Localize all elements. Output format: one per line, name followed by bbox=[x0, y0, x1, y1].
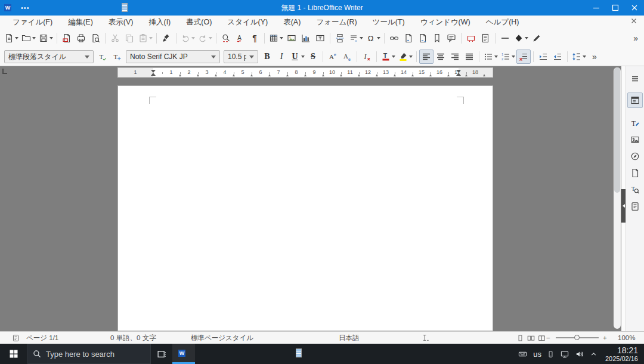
dropdown-caret-icon[interactable] bbox=[360, 37, 363, 39]
horizontal-ruler[interactable]: 1123456789101112131415161718 bbox=[117, 67, 493, 78]
decrease-indent-button[interactable] bbox=[550, 50, 565, 64]
minimize-button[interactable] bbox=[587, 0, 606, 16]
maximize-button[interactable] bbox=[606, 0, 625, 16]
document-page[interactable] bbox=[117, 85, 493, 331]
dropdown-caret-icon[interactable] bbox=[49, 37, 53, 39]
network-icon[interactable] bbox=[560, 350, 569, 359]
insert-endnote-button[interactable] bbox=[416, 31, 430, 45]
dropdown-caret-icon[interactable] bbox=[280, 37, 283, 39]
word-count-indicator[interactable]: 0 単語、0 文字 bbox=[110, 332, 156, 344]
clear-formatting-button[interactable]: I bbox=[360, 50, 374, 64]
spelling-button[interactable]: A bbox=[233, 31, 247, 45]
toolbar-overflow-button[interactable]: » bbox=[630, 33, 642, 43]
formatting-marks-button[interactable]: ¶ bbox=[247, 31, 262, 45]
input-language[interactable]: us bbox=[533, 350, 541, 359]
sidebar-tab-accessibility-check[interactable] bbox=[627, 199, 643, 214]
menu-table[interactable]: 表(A) bbox=[277, 16, 307, 29]
dropdown-caret-icon[interactable] bbox=[583, 55, 586, 58]
align-center-button[interactable] bbox=[434, 50, 448, 64]
zoom-out-button[interactable]: − bbox=[546, 332, 550, 344]
dropdown-caret-icon[interactable] bbox=[525, 37, 528, 39]
dropdown-caret-icon[interactable] bbox=[301, 55, 305, 58]
insert-bookmark-button[interactable] bbox=[430, 31, 444, 45]
line-spacing-button[interactable] bbox=[570, 50, 587, 64]
no-list-button[interactable] bbox=[516, 50, 531, 64]
font-size-combo[interactable]: 10.5 pt bbox=[224, 50, 258, 63]
sidebar-tab-navigator[interactable] bbox=[627, 149, 643, 164]
track-changes-button[interactable] bbox=[464, 31, 478, 45]
bold-button[interactable]: B bbox=[260, 50, 274, 64]
close-button[interactable] bbox=[625, 0, 644, 16]
taskbar-search-box[interactable]: Type here to search bbox=[27, 344, 151, 364]
print-button[interactable] bbox=[74, 31, 88, 45]
insert-hyperlink-button[interactable] bbox=[387, 31, 401, 45]
view-multi-button[interactable] bbox=[527, 334, 535, 342]
undo-button[interactable] bbox=[179, 31, 196, 45]
dropdown-caret-icon[interactable] bbox=[15, 37, 18, 39]
toolbar-overflow-button[interactable]: » bbox=[589, 52, 600, 61]
print-preview-button[interactable] bbox=[88, 31, 103, 45]
basic-shapes-button[interactable] bbox=[512, 31, 530, 45]
show-track-changes-button[interactable] bbox=[478, 31, 493, 45]
dropdown-caret-icon[interactable] bbox=[512, 55, 515, 58]
insert-field-button[interactable] bbox=[347, 31, 364, 45]
new-document-button[interactable] bbox=[2, 31, 20, 45]
taskbar-clock[interactable]: 18:21 2025/02/16 bbox=[605, 346, 638, 363]
superscript-button[interactable]: Ae bbox=[326, 50, 340, 64]
insert-footnote-button[interactable] bbox=[401, 31, 416, 45]
keyboard-icon[interactable] bbox=[518, 350, 528, 359]
dropdown-caret-icon[interactable] bbox=[409, 55, 413, 58]
dropdown-caret-icon[interactable] bbox=[377, 37, 380, 39]
insert-table-button[interactable] bbox=[267, 31, 284, 45]
left-indent-marker[interactable] bbox=[151, 73, 156, 76]
sidebar-tab-sidebar-settings[interactable] bbox=[627, 71, 643, 87]
save-button[interactable] bbox=[37, 31, 54, 45]
bullet-list-button[interactable] bbox=[482, 50, 499, 64]
menu-edit[interactable]: 編集(E) bbox=[61, 16, 100, 29]
draw-functions-button[interactable] bbox=[530, 31, 544, 45]
zoom-level-indicator[interactable]: 100% bbox=[618, 332, 635, 344]
menu-styles[interactable]: スタイル(Y) bbox=[221, 16, 274, 29]
align-left-button[interactable] bbox=[419, 50, 434, 64]
cut-button[interactable] bbox=[108, 31, 122, 45]
zoom-in-button[interactable]: + bbox=[603, 332, 607, 344]
menu-insert[interactable]: 挿入(I) bbox=[142, 16, 177, 29]
sidebar-tab-style-inspector[interactable]: T bbox=[627, 182, 643, 198]
underline-button[interactable]: U bbox=[289, 50, 306, 64]
page-style-indicator[interactable]: 標準ページスタイル bbox=[191, 332, 253, 344]
tab-stop-selector-icon[interactable] bbox=[2, 69, 7, 74]
volume-icon[interactable] bbox=[575, 350, 584, 359]
open-button[interactable] bbox=[20, 31, 37, 45]
font-color-button[interactable]: T bbox=[379, 50, 397, 64]
subscript-button[interactable]: Ae bbox=[340, 50, 354, 64]
font-name-combo[interactable]: Noto Serif CJK JP bbox=[126, 50, 220, 63]
dropdown-caret-icon[interactable] bbox=[494, 55, 498, 58]
copy-button[interactable] bbox=[122, 31, 137, 45]
sidebar-tab-styles[interactable]: T bbox=[627, 115, 643, 131]
start-button[interactable] bbox=[0, 344, 27, 364]
dropdown-caret-icon[interactable] bbox=[149, 37, 153, 39]
increase-indent-button[interactable] bbox=[536, 50, 550, 64]
insert-mode-icon[interactable] bbox=[421, 332, 430, 344]
vertical-scrollbar[interactable] bbox=[614, 67, 621, 329]
view-book-button[interactable] bbox=[538, 334, 546, 342]
insert-image-button[interactable] bbox=[284, 31, 299, 45]
numbered-list-button[interactable]: 12 bbox=[499, 50, 516, 64]
right-indent-marker[interactable] bbox=[456, 73, 461, 76]
special-character-button[interactable]: Ω bbox=[364, 31, 382, 45]
menu-help[interactable]: ヘルプ(H) bbox=[479, 16, 526, 29]
page-number-indicator[interactable]: ページ 1/1 bbox=[26, 332, 58, 344]
hide-sidebar-button[interactable] bbox=[621, 189, 626, 223]
view-single-button[interactable] bbox=[516, 334, 524, 342]
dropdown-caret-icon[interactable] bbox=[392, 55, 395, 58]
horizontal-line-button[interactable] bbox=[498, 31, 512, 45]
taskbar-writer-button[interactable]: W bbox=[172, 344, 195, 364]
highlight-color-button[interactable] bbox=[397, 50, 414, 64]
page-break-button[interactable] bbox=[333, 31, 347, 45]
close-document-icon[interactable] bbox=[631, 18, 637, 24]
dropdown-caret-icon[interactable] bbox=[209, 37, 212, 39]
clone-formatting-button[interactable] bbox=[159, 31, 174, 45]
insert-chart-button[interactable] bbox=[299, 31, 313, 45]
paragraph-style-combo[interactable]: 標準段落スタイル bbox=[4, 50, 94, 63]
strikethrough-button[interactable]: S bbox=[306, 50, 320, 64]
